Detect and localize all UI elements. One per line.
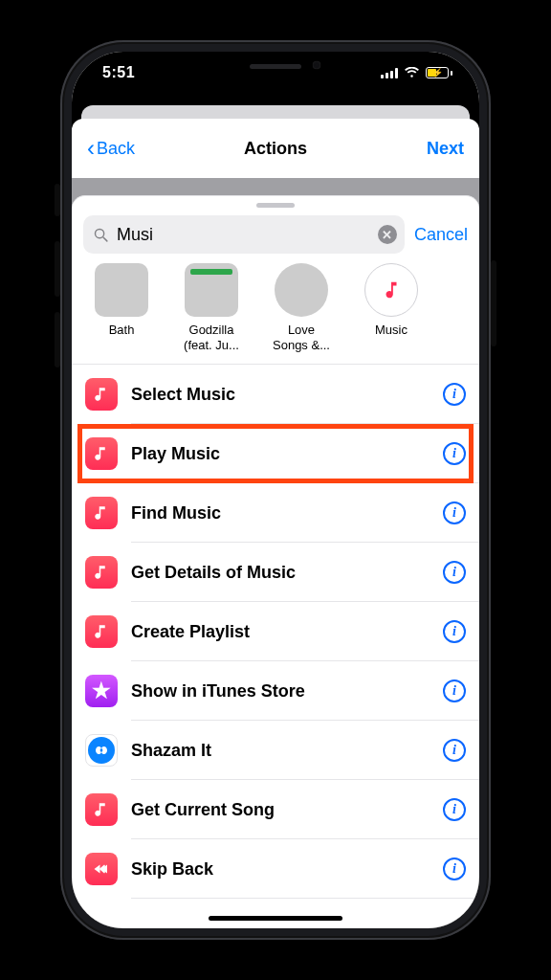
search-field[interactable]: ✕ <box>83 215 405 254</box>
action-label: Shazam It <box>131 741 430 761</box>
tile-label: Godzilla <box>177 323 246 338</box>
action-row[interactable]: Shazam Iti <box>72 721 479 780</box>
notch <box>185 52 366 80</box>
suggestion-tile[interactable]: Bath <box>87 263 156 352</box>
suggestion-tile[interactable]: Love Songs &... <box>267 263 336 352</box>
action-row[interactable]: Play Musici <box>72 424 479 483</box>
action-label: Select Music <box>131 385 430 405</box>
action-label: Get Details of Music <box>131 563 430 583</box>
action-label: Play Music <box>131 444 430 464</box>
cellular-signal-icon <box>381 68 398 78</box>
cancel-search-button[interactable]: Cancel <box>414 225 468 245</box>
svg-point-0 <box>95 229 103 237</box>
search-input[interactable] <box>117 225 370 245</box>
music-app-icon <box>85 556 118 589</box>
info-button[interactable]: i <box>443 858 466 880</box>
music-app-icon <box>85 378 118 411</box>
tile-label: Music <box>357 323 426 338</box>
status-clock: 5:51 <box>99 64 135 81</box>
wifi-icon <box>404 67 420 78</box>
action-label: Get Current Song <box>131 800 430 820</box>
clear-search-button[interactable]: ✕ <box>378 225 397 244</box>
info-button[interactable]: i <box>443 442 466 465</box>
tile-sublabel: Songs &... <box>267 338 336 353</box>
tile-thumbnail <box>185 263 238 317</box>
power-button <box>491 260 496 346</box>
info-button[interactable]: i <box>443 383 466 406</box>
action-row[interactable]: Find Musici <box>72 483 479 543</box>
suggestion-tiles: Bath Godzilla (feat. Ju... Love Songs &.… <box>72 263 479 364</box>
next-button[interactable]: Next <box>427 139 464 159</box>
music-app-icon <box>85 793 118 826</box>
action-row[interactable]: ★Show in iTunes Storei <box>72 661 479 721</box>
tile-thumbnail <box>95 263 148 317</box>
info-button[interactable]: i <box>443 798 466 821</box>
music-app-icon <box>85 497 118 529</box>
action-label: Create Playlist <box>131 622 430 642</box>
action-row[interactable]: Skip Backi <box>72 839 479 899</box>
action-row[interactable]: Get Details of Musici <box>72 543 479 602</box>
itunes-store-icon: ★ <box>85 675 118 707</box>
suggestion-tile[interactable]: Godzilla (feat. Ju... <box>177 263 246 352</box>
music-app-icon <box>85 615 118 648</box>
action-label: Show in iTunes Store <box>131 681 430 702</box>
tile-label: Love <box>267 323 336 338</box>
skip-back-icon <box>85 853 118 885</box>
music-app-icon <box>85 437 118 470</box>
battery-charging-icon: ⚡ <box>426 67 452 78</box>
action-row[interactable]: Create Playlisti <box>72 602 479 661</box>
tile-thumbnail <box>275 263 328 317</box>
tile-sublabel: (feat. Ju... <box>177 338 246 353</box>
info-button[interactable]: i <box>443 561 466 584</box>
sheet-grabber[interactable] <box>256 203 295 208</box>
action-row[interactable]: Select Musici <box>72 365 479 424</box>
music-note-icon <box>364 263 418 317</box>
silence-switch <box>55 184 60 216</box>
navigation-bar: ‹ Back Actions Next <box>72 119 479 178</box>
back-button[interactable]: ‹ Back <box>87 137 135 160</box>
volume-up-button <box>55 241 60 297</box>
info-button[interactable]: i <box>443 501 466 524</box>
volume-down-button <box>55 312 60 368</box>
suggestion-tile[interactable]: Music <box>357 263 426 352</box>
tile-label: Bath <box>87 323 156 338</box>
info-button[interactable]: i <box>443 620 466 643</box>
home-indicator[interactable] <box>209 916 342 921</box>
action-label: Find Music <box>131 503 430 523</box>
back-label: Back <box>97 139 135 159</box>
info-button[interactable]: i <box>443 679 466 702</box>
action-list[interactable]: Select MusiciPlay MusiciFind MusiciGet D… <box>72 365 479 928</box>
phone-frame: 5:51 ⚡ ‹ Back Actions Nex <box>60 40 491 940</box>
action-row[interactable]: Get Current Songi <box>72 780 479 839</box>
chevron-left-icon: ‹ <box>87 137 95 160</box>
info-button[interactable]: i <box>443 739 466 762</box>
action-label: Skip Back <box>131 859 430 880</box>
actions-search-panel: ✕ Cancel Bath Godzilla (feat. Ju... <box>72 195 479 928</box>
search-icon <box>93 227 109 243</box>
svg-line-1 <box>103 236 107 240</box>
shazam-icon <box>85 734 118 767</box>
